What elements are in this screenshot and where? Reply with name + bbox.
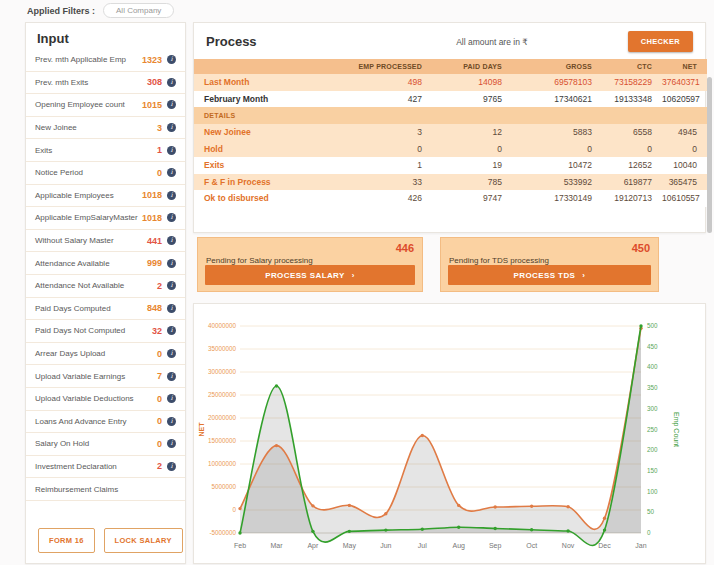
process-header: Process All amount are in ₹ CHECKER xyxy=(194,23,705,59)
chart-svg: 4000000035000000300000002500000020000000… xyxy=(194,304,705,563)
table-row: Last Month498140986957810373158229376403… xyxy=(194,74,707,91)
table-row-label: Hold xyxy=(194,140,344,157)
input-row: Investment Declaration2i xyxy=(26,456,185,479)
info-icon[interactable]: i xyxy=(167,417,176,426)
process-tds-button[interactable]: PROCESS TDS› xyxy=(448,265,651,285)
form16-button[interactable]: FORM 16 xyxy=(38,528,95,553)
svg-text:Nov: Nov xyxy=(562,542,575,549)
info-icon[interactable]: i xyxy=(167,78,176,87)
svg-text:30000000: 30000000 xyxy=(208,368,237,375)
lock-salary-button[interactable]: LOCK SALARY xyxy=(104,528,183,553)
input-row: Opening Employee count1015i xyxy=(26,94,185,117)
input-row-label: Notice Period xyxy=(35,168,157,177)
table-cell-value: 533992 xyxy=(512,174,602,191)
input-row-value: 7 xyxy=(157,371,162,381)
table-cell-value: 6558 xyxy=(602,124,662,141)
input-row: Exits1i xyxy=(26,139,185,162)
table-row: Ok to disbursed4269747173301491912071310… xyxy=(194,190,707,207)
input-row: Upload Variable Earnings7i xyxy=(26,365,185,388)
info-icon[interactable]: i xyxy=(167,236,176,245)
svg-text:400: 400 xyxy=(647,363,658,370)
input-row-value: 0 xyxy=(157,168,162,178)
input-row: Applicable EmpSalaryMaster1018i xyxy=(26,207,185,230)
info-icon[interactable]: i xyxy=(167,55,176,64)
info-icon[interactable]: i xyxy=(167,123,176,132)
input-row: Paid Days Computed848i xyxy=(26,298,185,321)
svg-text:0: 0 xyxy=(647,529,651,536)
info-icon[interactable]: i xyxy=(167,372,176,381)
table-cell-value: 619877 xyxy=(602,174,662,191)
input-row-value: 1 xyxy=(157,145,162,155)
input-row-label: Prev. mth Exits xyxy=(35,78,147,87)
input-panel: Input Prev. mth Applicable Emp1323iPrev.… xyxy=(25,22,186,564)
pending-tds-label: Pending for TDS processing xyxy=(449,256,549,265)
table-cell-value: 10620597 xyxy=(662,91,707,108)
svg-text:Mar: Mar xyxy=(270,542,283,549)
table-cell-value: 0 xyxy=(662,140,707,157)
info-icon[interactable]: i xyxy=(167,349,176,358)
svg-text:25000000: 25000000 xyxy=(208,391,237,398)
input-row-value: 1015 xyxy=(142,100,162,110)
table-cell-value: 19 xyxy=(432,157,512,174)
table-column-header xyxy=(194,59,344,74)
input-row-label: Without Salary Master xyxy=(35,236,147,245)
table-row-label: New Joinee xyxy=(194,124,344,141)
info-icon[interactable]: i xyxy=(167,281,176,290)
input-row-label: New Joinee xyxy=(35,123,157,132)
table-column-header: EMP PROCESSED xyxy=(344,59,432,74)
table-cell-value: 426 xyxy=(344,190,432,207)
input-panel-title: Input xyxy=(26,23,185,49)
table-row: February Month42797651734062119133348106… xyxy=(194,91,707,108)
info-icon[interactable]: i xyxy=(167,191,176,200)
info-icon[interactable]: i xyxy=(167,213,176,222)
table-row-label: Exits xyxy=(194,157,344,174)
info-icon[interactable]: i xyxy=(167,100,176,109)
checker-button[interactable]: CHECKER xyxy=(628,31,693,52)
table-scrollbar[interactable] xyxy=(707,77,712,233)
svg-text:40000000: 40000000 xyxy=(208,322,237,329)
table-cell-value: 1 xyxy=(344,157,432,174)
input-row-value: 0 xyxy=(157,394,162,404)
info-icon[interactable]: i xyxy=(167,394,176,403)
process-panel: Process All amount are in ₹ CHECKER EMP … xyxy=(193,22,706,233)
net-empcount-chart: 4000000035000000300000002500000020000000… xyxy=(194,304,705,565)
input-row: Prev. mth Applicable Emp1323i xyxy=(26,49,185,72)
info-icon[interactable]: i xyxy=(167,462,176,471)
input-row-value: 2 xyxy=(157,281,162,291)
process-table-body: Last Month498140986957810373158229376403… xyxy=(194,74,707,207)
svg-text:0: 0 xyxy=(232,506,236,513)
process-salary-button-label: PROCESS SALARY xyxy=(265,271,345,280)
input-row-value: 1018 xyxy=(142,190,162,200)
pending-tds-count: 450 xyxy=(632,242,650,254)
input-row-value: 1018 xyxy=(142,213,162,223)
input-row-label: Investment Declaration xyxy=(35,462,157,471)
info-icon[interactable]: i xyxy=(167,439,176,448)
sidebar-actions: FORM 16 LOCK SALARY xyxy=(38,528,183,553)
amount-note: All amount are in ₹ xyxy=(356,37,628,47)
table-cell-value: 0 xyxy=(602,140,662,157)
process-salary-button[interactable]: PROCESS SALARY› xyxy=(205,265,415,285)
svg-text:Apr: Apr xyxy=(307,542,319,550)
svg-text:Jan: Jan xyxy=(635,542,646,549)
table-row: DETAILS xyxy=(194,107,707,124)
svg-text:150: 150 xyxy=(647,467,658,474)
input-row: Attendance Not Available2i xyxy=(26,275,185,298)
company-filter-chip[interactable]: All Company xyxy=(103,3,174,18)
process-title: Process xyxy=(206,34,356,49)
table-cell-value: 10040 xyxy=(662,157,707,174)
svg-text:Oct: Oct xyxy=(526,542,537,549)
info-icon[interactable]: i xyxy=(167,304,176,313)
applied-filters-label: Applied Filters : xyxy=(27,6,95,16)
table-cell-value: 17340621 xyxy=(512,91,602,108)
table-cell-value: 10472 xyxy=(512,157,602,174)
input-rows: Prev. mth Applicable Emp1323iPrev. mth E… xyxy=(26,49,185,501)
input-row-label: Upload Variable Earnings xyxy=(35,372,157,381)
info-icon[interactable]: i xyxy=(167,326,176,335)
input-row: Paid Days Not Computed32i xyxy=(26,320,185,343)
process-table-head: EMP PROCESSEDPAID DAYSGROSSCTCNET xyxy=(194,59,707,74)
info-icon[interactable]: i xyxy=(167,259,176,268)
info-icon[interactable]: i xyxy=(167,168,176,177)
input-row-label: Opening Employee count xyxy=(35,100,142,109)
info-icon[interactable]: i xyxy=(167,146,176,155)
table-cell-value: 9747 xyxy=(432,190,512,207)
